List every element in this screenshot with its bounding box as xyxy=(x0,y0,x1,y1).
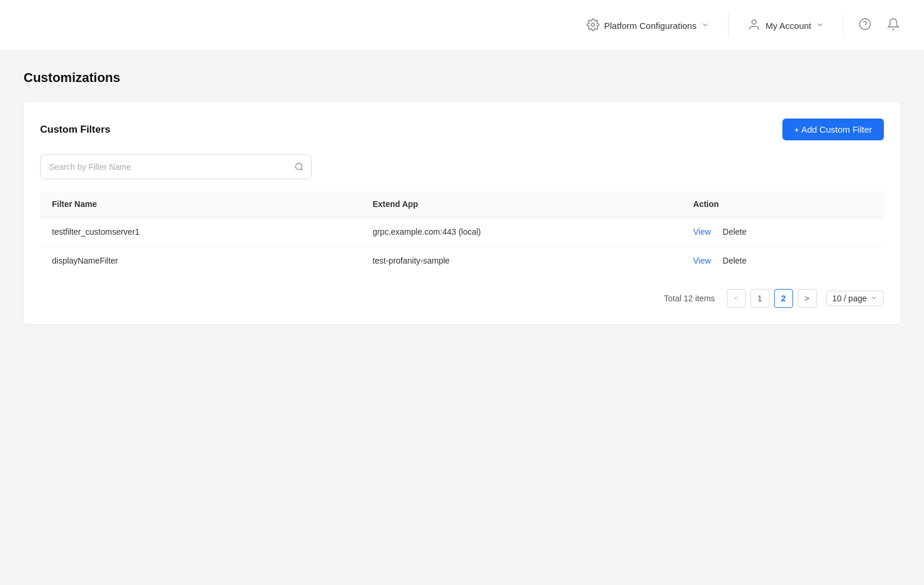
page-size-chevron-icon xyxy=(870,294,877,303)
filters-table: Filter Name Extend App Action testfilter… xyxy=(40,191,884,275)
search-button[interactable] xyxy=(287,155,311,179)
platform-config-chevron-icon xyxy=(701,21,709,31)
table-row: testfilter_customserver1 grpc.example.co… xyxy=(40,218,884,247)
pagination-total: Total 12 items xyxy=(664,294,715,303)
col-filter-name: Filter Name xyxy=(40,191,361,218)
search-input[interactable] xyxy=(41,156,287,178)
header-divider xyxy=(728,14,729,37)
table-head: Filter Name Extend App Action xyxy=(40,191,884,218)
table-body: testfilter_customserver1 grpc.example.co… xyxy=(40,218,884,275)
page-content: Customizations Custom Filters + Add Cust… xyxy=(0,51,924,343)
my-account-label: My Account xyxy=(765,21,811,31)
svg-point-0 xyxy=(591,23,595,27)
extend-app-cell: test-profanity-sample xyxy=(361,247,681,275)
filter-name-cell: displayNameFilter xyxy=(40,247,361,275)
search-wrapper xyxy=(40,155,312,179)
pagination-next-button[interactable]: > xyxy=(798,289,817,308)
table-header-row: Filter Name Extend App Action xyxy=(40,191,884,218)
search-icon xyxy=(294,162,304,172)
extend-app-cell: grpc.example.com:443 (local) xyxy=(361,218,681,247)
bell-icon xyxy=(887,18,900,33)
pagination-page-1-button[interactable]: 1 xyxy=(751,289,769,308)
view-button[interactable]: View xyxy=(693,256,711,265)
pagination-page-2-button[interactable]: 2 xyxy=(774,289,793,308)
svg-line-5 xyxy=(301,169,303,170)
svg-point-2 xyxy=(860,19,870,29)
help-button[interactable] xyxy=(853,14,877,37)
platform-configurations-menu[interactable]: Platform Configurations xyxy=(577,14,719,38)
svg-point-4 xyxy=(296,163,302,170)
col-extend-app: Extend App xyxy=(361,191,681,218)
header-divider-2 xyxy=(843,14,844,37)
action-cell: View Delete xyxy=(681,218,884,247)
col-action: Action xyxy=(681,191,884,218)
search-container xyxy=(40,155,884,179)
user-icon xyxy=(748,18,761,33)
delete-button[interactable]: Delete xyxy=(723,227,746,236)
platform-configurations-label: Platform Configurations xyxy=(604,21,697,31)
add-custom-filter-button[interactable]: + Add Custom Filter xyxy=(782,119,884,140)
delete-button[interactable]: Delete xyxy=(723,256,746,265)
view-button[interactable]: View xyxy=(693,227,711,236)
custom-filters-card: Custom Filters + Add Custom Filter xyxy=(24,102,900,324)
pagination-page-size-selector[interactable]: 10 / page xyxy=(826,291,884,306)
my-account-chevron-icon xyxy=(816,21,824,31)
header-right: Platform Configurations My Account xyxy=(577,14,905,38)
filter-name-cell: testfilter_customserver1 xyxy=(40,218,361,247)
my-account-menu[interactable]: My Account xyxy=(738,14,834,38)
notifications-button[interactable] xyxy=(882,14,905,37)
header: Platform Configurations My Account xyxy=(0,0,924,51)
card-title: Custom Filters xyxy=(40,124,110,136)
page-title: Customizations xyxy=(24,70,900,86)
pagination-prev-button[interactable]: < xyxy=(727,289,746,308)
pagination: Total 12 items < 1 2 > 10 / page xyxy=(40,289,884,308)
gear-icon xyxy=(586,18,599,33)
svg-point-1 xyxy=(752,19,756,24)
card-header: Custom Filters + Add Custom Filter xyxy=(40,119,884,140)
action-cell: View Delete xyxy=(681,247,884,275)
table-row: displayNameFilter test-profanity-sample … xyxy=(40,247,884,275)
help-icon xyxy=(859,18,871,33)
